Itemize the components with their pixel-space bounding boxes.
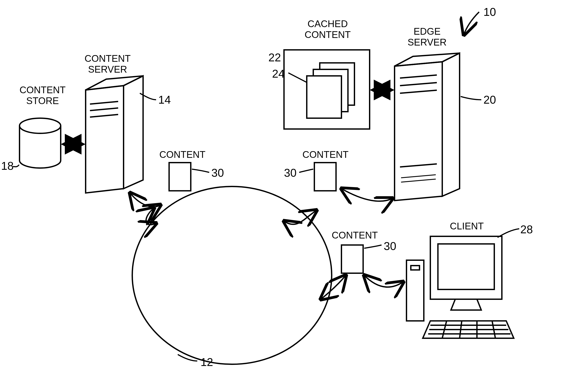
link-content-right-client xyxy=(364,275,403,287)
link-contentserver-content-left xyxy=(130,193,160,207)
link-content-mid-edgeserver xyxy=(342,189,392,201)
leader-28 xyxy=(498,229,519,238)
svg-rect-15 xyxy=(307,76,342,118)
svg-line-11 xyxy=(401,179,436,182)
svg-rect-19 xyxy=(438,244,494,290)
leader-30-mid xyxy=(299,169,313,172)
svg-line-5 xyxy=(90,114,118,117)
content-left-ref: 30 xyxy=(211,166,224,179)
svg-line-8 xyxy=(400,90,437,93)
content-doc-mid xyxy=(314,162,336,191)
svg-line-3 xyxy=(90,102,118,104)
content-doc-left xyxy=(169,162,191,191)
content-mid-ref: 30 xyxy=(284,166,296,179)
svg-line-10 xyxy=(401,175,436,178)
leader-30-right xyxy=(364,245,382,248)
leader-10 xyxy=(464,12,479,35)
cached-content-title: CACHED CONTENT xyxy=(304,18,351,40)
figure-ref: 10 xyxy=(484,6,496,18)
svg-line-6 xyxy=(400,75,437,78)
content-right-ref: 30 xyxy=(384,240,396,252)
cached-content-item-ref: 24 xyxy=(272,67,285,80)
content-server-title: CONTENT SERVER xyxy=(84,53,131,75)
content-store-ref: 18 xyxy=(1,159,14,172)
content-server-icon xyxy=(86,76,143,193)
link-content-left-network xyxy=(146,208,156,224)
content-left-title: CONTENT xyxy=(159,149,206,160)
cached-content-box xyxy=(284,50,370,129)
content-store-icon xyxy=(20,118,61,168)
diagram-stage: CONTENT STORE 18 CONTENT SERVER 14 CACHE… xyxy=(0,0,581,392)
svg-point-0 xyxy=(20,118,61,133)
leader-18 xyxy=(13,165,19,167)
client-ref: 28 xyxy=(520,223,533,236)
content-server-ref: 14 xyxy=(158,93,171,106)
cached-content-box-ref: 22 xyxy=(268,51,281,64)
edge-server-icon xyxy=(394,53,460,200)
svg-rect-17 xyxy=(411,266,420,270)
leader-14 xyxy=(140,93,156,100)
network-cloud-icon xyxy=(132,186,332,364)
leader-30-left xyxy=(192,169,209,172)
network-ref: 12 xyxy=(200,356,213,368)
edge-server-title: EDGE SERVER xyxy=(408,26,446,48)
leader-20 xyxy=(461,96,481,100)
content-doc-right xyxy=(342,245,363,273)
link-network-content-right xyxy=(321,275,346,299)
content-right-title: CONTENT xyxy=(332,230,378,241)
content-mid-title: CONTENT xyxy=(302,149,348,160)
svg-line-9 xyxy=(400,164,437,167)
client-title: CLIENT xyxy=(450,221,484,232)
edge-server-ref: 20 xyxy=(484,93,496,106)
content-store-title: CONTENT STORE xyxy=(20,84,66,106)
svg-line-7 xyxy=(400,82,437,86)
leader-24 xyxy=(288,73,307,82)
svg-line-4 xyxy=(90,108,118,110)
client-icon xyxy=(406,236,514,338)
